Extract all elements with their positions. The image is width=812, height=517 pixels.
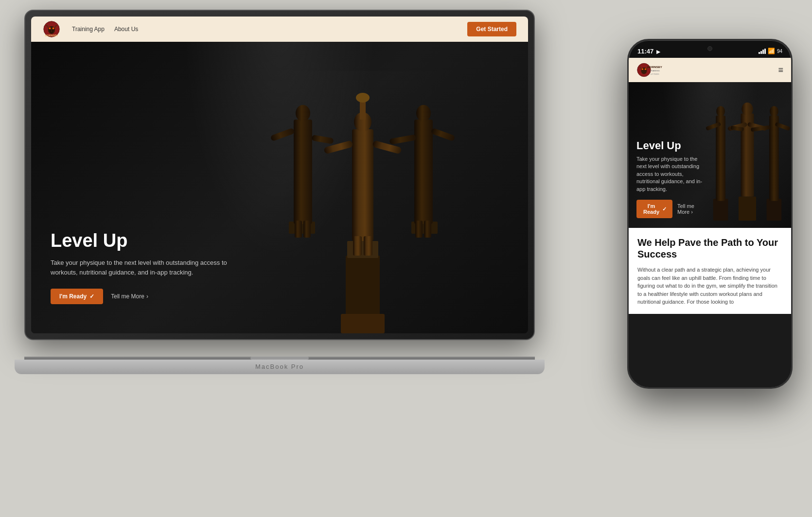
phone-nav: HORNSBY TRAINING & FITNESS ≡ <box>629 58 791 82</box>
hero-statues <box>236 42 489 333</box>
svg-rect-9 <box>341 314 385 333</box>
hero-content: Level Up Take your physique to the next … <box>51 231 255 304</box>
phone-white-section: We Help Pave the Path to Your Success Wi… <box>629 228 791 314</box>
svg-point-5 <box>52 30 54 32</box>
svg-rect-52 <box>769 116 779 201</box>
phone-statues <box>704 82 791 228</box>
im-ready-button[interactable]: I'm Ready ✓ <box>51 289 103 304</box>
svg-rect-25 <box>303 221 311 238</box>
svg-point-48 <box>716 106 725 117</box>
phone-device: 11:47 ▶ 📶 94 <box>627 39 793 389</box>
phone-screen: HORNSBY TRAINING & FITNESS ≡ <box>629 58 791 387</box>
phone-section-body: Without a clear path and a strategic pla… <box>637 266 782 306</box>
phone-nav-logo: HORNSBY TRAINING & FITNESS <box>636 61 666 79</box>
signal-bars-icon <box>759 49 766 54</box>
svg-rect-17 <box>360 100 366 120</box>
brand-logo-icon: HORNSBY <box>43 20 60 38</box>
laptop-body: HORNSBY Training App About Us Get Starte… <box>24 10 535 340</box>
phone-hero: Level Up Take your physique to the next … <box>629 82 791 228</box>
svg-point-34 <box>641 68 647 74</box>
hero-subtitle: Take your physique to the next level wit… <box>51 258 255 277</box>
phone-hero-subtitle: Take your physique to the next level wit… <box>636 155 704 193</box>
laptop-notch <box>250 357 309 360</box>
svg-rect-16 <box>364 236 372 256</box>
svg-rect-32 <box>424 221 431 238</box>
svg-rect-15 <box>353 236 362 256</box>
svg-rect-11 <box>352 129 373 241</box>
svg-text:& FITNESS: & FITNESS <box>651 73 659 75</box>
phone-hero-content: Level Up Take your physique to the next … <box>636 140 704 218</box>
svg-point-36 <box>645 69 646 70</box>
scene: HORNSBY Training App About Us Get Starte… <box>0 0 812 517</box>
phone-statues-svg <box>704 82 791 228</box>
svg-point-3 <box>53 27 54 29</box>
svg-rect-24 <box>295 221 302 238</box>
wifi-icon: 📶 <box>768 48 775 54</box>
phone-tell-me-more-link[interactable]: Tell me More › <box>677 203 704 215</box>
phone-brand-logo-icon: HORNSBY TRAINING & FITNESS <box>636 61 666 79</box>
battery-icon: 94 <box>777 49 782 54</box>
svg-rect-47 <box>716 116 725 201</box>
svg-rect-10 <box>347 241 378 258</box>
svg-text:HORNSBY: HORNSBY <box>648 66 662 69</box>
laptop-device: HORNSBY Training App About Us Get Starte… <box>24 10 535 374</box>
svg-rect-51 <box>767 199 782 221</box>
svg-point-28 <box>416 105 431 121</box>
phone-section-title: We Help Pave the Path to Your Success <box>637 237 782 260</box>
phone-im-ready-button[interactable]: I'm Ready ✓ <box>636 200 672 218</box>
get-started-button[interactable]: Get Started <box>467 22 516 36</box>
hero-title: Level Up <box>51 231 255 251</box>
svg-rect-27 <box>414 120 433 224</box>
svg-text:TRAINING: TRAINING <box>650 69 660 72</box>
laptop-brand-label: MacBook Pro <box>255 363 304 370</box>
svg-point-4 <box>50 30 52 32</box>
svg-rect-20 <box>294 120 312 224</box>
svg-rect-41 <box>739 197 756 221</box>
website: HORNSBY Training App About Us Get Starte… <box>31 17 528 333</box>
laptop-base: MacBook Pro <box>15 360 545 374</box>
svg-point-18 <box>356 93 370 103</box>
svg-point-21 <box>296 105 310 121</box>
svg-point-2 <box>49 27 51 29</box>
tell-me-more-link[interactable]: Tell me More › <box>111 293 148 300</box>
statues-svg <box>241 71 484 333</box>
phone-hero-buttons: I'm Ready ✓ Tell me More › <box>636 200 704 218</box>
hero-buttons: I'm Ready ✓ Tell me More › <box>51 289 255 304</box>
svg-rect-31 <box>415 221 423 238</box>
check-icon: ✓ <box>89 293 94 300</box>
phone-time: 11:47 ▶ <box>637 48 660 55</box>
svg-point-53 <box>770 106 778 117</box>
phone-hero-title: Level Up <box>636 140 704 152</box>
arrow-right-icon: › <box>146 293 148 300</box>
svg-point-35 <box>642 69 643 70</box>
svg-text:HORNSBY: HORNSBY <box>45 34 58 37</box>
location-icon: ▶ <box>656 49 660 54</box>
svg-point-43 <box>741 103 753 116</box>
phone-arrow-icon: › <box>691 209 693 215</box>
hamburger-menu-icon[interactable]: ≡ <box>778 65 783 75</box>
nav-logo: HORNSBY <box>43 20 60 38</box>
phone-check-icon: ✓ <box>662 206 667 212</box>
laptop-screen: HORNSBY Training App About Us Get Starte… <box>31 17 528 333</box>
nav-link-training[interactable]: Training App <box>72 26 105 33</box>
svg-rect-46 <box>713 199 728 221</box>
phone-status-bar: 11:47 ▶ 📶 94 <box>629 40 791 58</box>
phone-status-icons: 📶 94 <box>759 48 782 54</box>
nav-link-about[interactable]: About Us <box>114 26 138 33</box>
website-nav: HORNSBY Training App About Us Get Starte… <box>31 17 528 42</box>
website-hero: Level Up Take your physique to the next … <box>31 42 528 333</box>
nav-links: Training App About Us <box>72 26 456 33</box>
